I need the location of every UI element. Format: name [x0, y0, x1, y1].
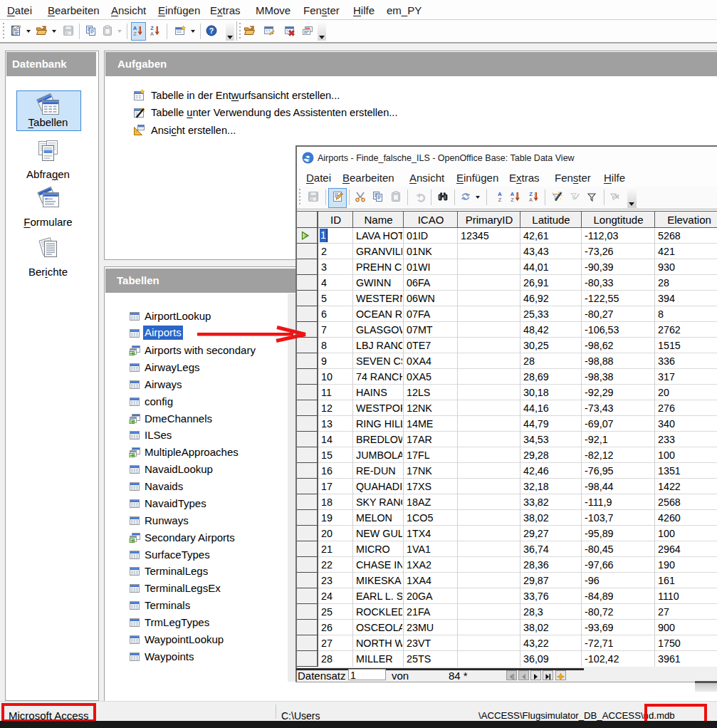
svg-text:A: A: [529, 197, 533, 202]
svg-text:?: ?: [209, 26, 214, 35]
svg-text:A: A: [150, 31, 155, 36]
svg-text:Z: Z: [133, 31, 137, 36]
svg-text:Z: Z: [511, 197, 514, 202]
svg-text:Z: Z: [498, 197, 502, 202]
